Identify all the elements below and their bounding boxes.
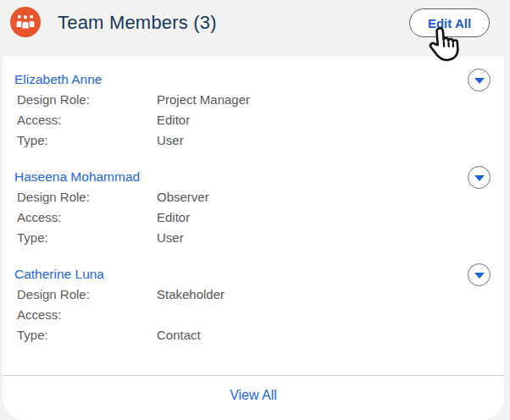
team-members-card: Elizabeth Anne Design Role:Project Manag… bbox=[3, 57, 504, 420]
widget-header: Team Members (3) Edit All bbox=[0, 0, 510, 57]
member-name-link[interactable]: Haseena Mohammad bbox=[14, 169, 140, 185]
field-value-type: User bbox=[157, 133, 184, 147]
field-value-design-role: Stakeholder bbox=[157, 287, 225, 301]
hand-pointer-cursor-icon bbox=[421, 23, 463, 68]
member-name-link[interactable]: Elizabeth Anne bbox=[14, 72, 102, 87]
member-expand-button[interactable] bbox=[468, 69, 491, 91]
team-member-card: Haseena Mohammad Design Role:Observer Ac… bbox=[14, 150, 491, 247]
member-list: Elizabeth Anne Design Role:Project Manag… bbox=[3, 57, 504, 345]
field-label-design-role: Design Role: bbox=[17, 287, 157, 301]
field-label-access: Access: bbox=[17, 113, 157, 127]
view-all-link[interactable]: View All bbox=[230, 388, 277, 402]
field-value-design-role: Observer bbox=[157, 190, 209, 204]
team-people-icon bbox=[10, 7, 41, 37]
team-member-card: Elizabeth Anne Design Role:Project Manag… bbox=[14, 70, 491, 150]
field-value-type: Contact bbox=[157, 328, 201, 342]
field-label-design-role: Design Role: bbox=[17, 190, 157, 204]
field-value-design-role: Project Manager bbox=[157, 92, 250, 107]
chevron-down-icon bbox=[474, 175, 485, 181]
field-label-access: Access: bbox=[17, 210, 157, 224]
page-title: Team Members (3) bbox=[58, 12, 217, 34]
card-footer: View All bbox=[3, 375, 504, 403]
field-label-type: Type: bbox=[17, 230, 157, 245]
field-label-design-role: Design Role: bbox=[17, 92, 157, 107]
member-expand-button[interactable] bbox=[468, 263, 491, 286]
team-member-card: Catherine Luna Design Role:Stakeholder A… bbox=[14, 247, 491, 345]
field-label-type: Type: bbox=[17, 328, 157, 342]
member-expand-button[interactable] bbox=[468, 166, 491, 189]
chevron-down-icon bbox=[474, 78, 485, 84]
team-members-widget: Team Members (3) Edit All Elizabeth Anne… bbox=[0, 0, 510, 420]
field-value-type: User bbox=[157, 230, 184, 245]
field-value-access: Editor bbox=[157, 113, 190, 127]
field-value-access: Editor bbox=[157, 210, 190, 224]
field-label-type: Type: bbox=[17, 133, 157, 147]
field-label-access: Access: bbox=[17, 307, 157, 322]
chevron-down-icon bbox=[474, 273, 485, 279]
member-name-link[interactable]: Catherine Luna bbox=[14, 267, 104, 282]
